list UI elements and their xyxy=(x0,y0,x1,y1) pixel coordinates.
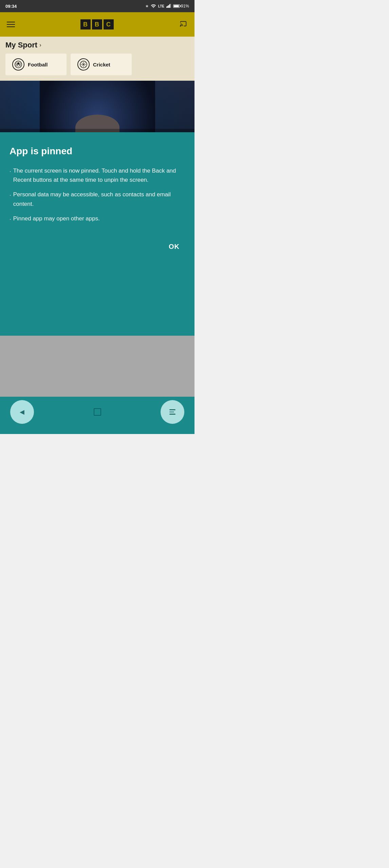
svg-rect-0 xyxy=(166,6,167,8)
pinned-dialog-body: · The current screen is now pinned. Touc… xyxy=(10,166,185,224)
battery-container: 91% xyxy=(173,4,189,8)
hamburger-line-2 xyxy=(7,24,15,25)
bottom-nav: ◀ xyxy=(0,397,194,434)
time: 09:34 xyxy=(5,4,17,9)
pinned-dialog-title: App is pinned xyxy=(10,146,185,157)
pinned-bullet-2-text: Personal data may be accessible, such as… xyxy=(13,190,185,208)
pinned-ok-container: OK xyxy=(10,240,185,253)
wifi-icon xyxy=(151,4,156,9)
home-button[interactable] xyxy=(94,408,101,416)
cricket-icon xyxy=(77,58,90,71)
pinned-bullet-2: · Personal data may be accessible, such … xyxy=(10,190,185,208)
bullet-dot-1: · xyxy=(10,167,11,176)
bbc-c: C xyxy=(104,19,114,29)
pinned-dialog: App is pinned · The current screen is no… xyxy=(0,132,194,336)
pinned-bullet-3: · Pinned app may open other apps. xyxy=(10,214,185,224)
battery-percent: 91% xyxy=(181,4,189,8)
recents-icon xyxy=(169,409,175,415)
football-button[interactable]: Football xyxy=(5,54,67,75)
my-sport-chevron: › xyxy=(39,42,41,48)
svg-rect-1 xyxy=(167,6,168,8)
football-label: Football xyxy=(28,62,48,67)
menu-button[interactable] xyxy=(7,22,15,27)
my-sport-section: My Sport › Football xyxy=(0,37,194,81)
lte-icon: LTE xyxy=(158,4,164,8)
hamburger-line-1 xyxy=(7,22,15,22)
app-header: B B C xyxy=(0,12,194,37)
battery-icon xyxy=(173,4,180,8)
back-icon: ◀ xyxy=(20,408,24,416)
status-bar: 09:34 ∗ LTE 91% xyxy=(0,0,194,12)
my-sport-header[interactable]: My Sport › xyxy=(5,41,189,50)
signal-icon xyxy=(166,4,171,9)
status-icons: ∗ LTE 91% xyxy=(145,4,189,9)
svg-rect-4 xyxy=(170,4,171,8)
back-button[interactable]: ◀ xyxy=(10,400,34,424)
bbc-b2: B xyxy=(92,19,102,29)
bluetooth-icon: ∗ xyxy=(145,4,149,8)
pinned-bullet-1: · The current screen is now pinned. Touc… xyxy=(10,166,185,184)
home-icon xyxy=(94,408,101,416)
cricket-label: Cricket xyxy=(93,62,110,67)
ok-button[interactable]: OK xyxy=(163,240,185,253)
cricket-button[interactable]: Cricket xyxy=(71,54,132,75)
svg-rect-3 xyxy=(169,4,170,8)
football-icon xyxy=(12,58,24,71)
svg-marker-8 xyxy=(17,64,19,67)
bullet-dot-2: · xyxy=(10,191,11,200)
svg-marker-7 xyxy=(17,62,19,64)
sport-buttons-container: Football Cricket xyxy=(5,54,189,75)
hamburger-line-3 xyxy=(7,26,15,27)
my-sport-title: My Sport xyxy=(5,41,37,50)
pinned-bullet-1-text: The current screen is now pinned. Touch … xyxy=(13,166,185,184)
pinned-bullet-3-text: Pinned app may open other apps. xyxy=(13,214,100,223)
svg-rect-2 xyxy=(168,5,169,8)
bbc-logo: B B C xyxy=(80,19,114,29)
cast-button[interactable] xyxy=(179,20,188,28)
bullet-dot-3: · xyxy=(10,215,11,224)
svg-point-5 xyxy=(180,26,181,26)
recents-button[interactable] xyxy=(161,400,184,424)
bbc-b1: B xyxy=(80,19,91,29)
